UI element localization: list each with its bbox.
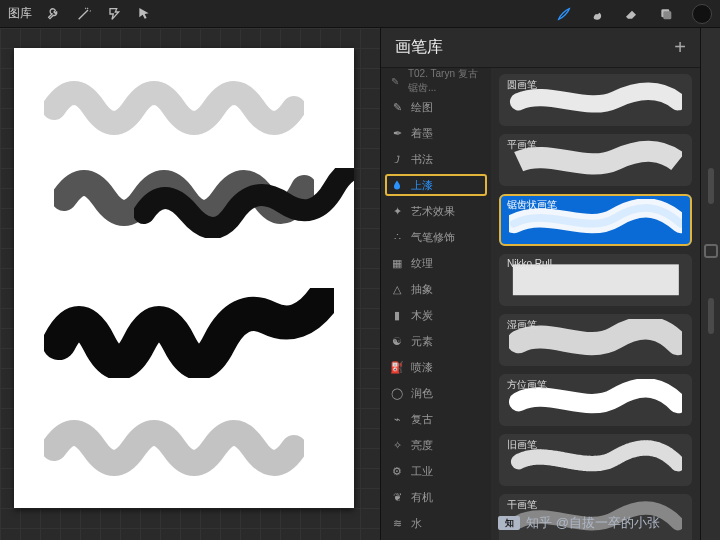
wrench-icon[interactable] — [46, 6, 62, 22]
wave-icon: ≋ — [391, 517, 403, 529]
eraser-tool-icon[interactable] — [624, 6, 640, 22]
brush-orient[interactable]: 方位画笔 — [499, 374, 692, 426]
recent-label: T02. Taryn 复古锯齿... — [408, 68, 481, 95]
category-textures[interactable]: ▦ 纹理 — [381, 250, 491, 276]
factory-icon: ⚙ — [391, 465, 403, 477]
star-icon: ✦ — [391, 205, 403, 217]
brush-wet[interactable]: 湿画笔 — [499, 314, 692, 366]
svg-rect-1 — [663, 11, 671, 19]
category-sketch[interactable]: ✎ 绘图 — [381, 94, 491, 120]
brush-dry[interactable]: 干画笔 — [499, 494, 692, 540]
pencil-icon: ✎ — [391, 101, 403, 113]
layers-icon[interactable] — [658, 6, 674, 22]
can-icon: ⛽ — [391, 361, 403, 373]
recent-icon: ✎ — [391, 75, 400, 87]
calli-icon: 𝘑 — [391, 153, 403, 165]
modifier-button[interactable] — [704, 244, 718, 258]
canvas[interactable] — [14, 48, 354, 508]
brush-list: 圆画笔 平画笔 锯齿状画笔 — [491, 68, 700, 540]
sparkle-icon: ✧ — [391, 439, 403, 451]
triangle-icon: △ — [391, 283, 403, 295]
category-painting[interactable]: 上漆 — [381, 172, 491, 198]
category-spraypaint[interactable]: ⛽ 喷漆 — [381, 354, 491, 380]
leaf-icon: ❦ — [391, 491, 403, 503]
brush-round[interactable]: 圆画笔 — [499, 74, 692, 126]
select-icon[interactable] — [106, 6, 122, 22]
brush-library-panel: 画笔库 + ✎ T02. Taryn 复古锯齿... ✎ 绘图 ✒ 着墨 — [380, 28, 700, 540]
wand-icon[interactable] — [76, 6, 92, 22]
spray-icon: ∴ — [391, 231, 403, 243]
brush-nikko[interactable]: Nikko Rull — [499, 254, 692, 306]
category-elements[interactable]: ☯ 元素 — [381, 328, 491, 354]
panel-header: 画笔库 + — [381, 28, 700, 68]
panel-title: 画笔库 — [395, 37, 674, 58]
category-abstract[interactable]: △ 抽象 — [381, 276, 491, 302]
category-water[interactable]: ≋ 水 — [381, 510, 491, 536]
charcoal-icon: ▮ — [391, 309, 403, 321]
category-airbrush[interactable]: ∴ 气笔修饰 — [381, 224, 491, 250]
category-luminance[interactable]: ✧ 亮度 — [381, 432, 491, 458]
drop-icon — [391, 179, 403, 191]
category-artistic[interactable]: ✦ 艺术效果 — [381, 198, 491, 224]
brush-tool-icon[interactable] — [556, 6, 572, 22]
retro-icon: ⌁ — [391, 413, 403, 425]
category-ink[interactable]: ✒ 着墨 — [381, 120, 491, 146]
category-industrial[interactable]: ⚙ 工业 — [381, 458, 491, 484]
opacity-slider[interactable] — [708, 298, 714, 334]
cursor-icon[interactable] — [136, 6, 152, 22]
category-charcoal[interactable]: ▮ 木炭 — [381, 302, 491, 328]
brush-size-slider[interactable] — [708, 168, 714, 204]
category-calligraphy[interactable]: 𝘑 书法 — [381, 146, 491, 172]
category-list: ✎ T02. Taryn 复古锯齿... ✎ 绘图 ✒ 着墨 𝘑 书法 — [381, 68, 491, 540]
circle-icon: ◯ — [391, 387, 403, 399]
svg-rect-2 — [513, 265, 679, 296]
recent-brush-row[interactable]: ✎ T02. Taryn 复古锯齿... — [381, 68, 491, 94]
add-brush-button[interactable]: + — [674, 36, 686, 59]
smudge-tool-icon[interactable] — [590, 6, 606, 22]
yinyang-icon: ☯ — [391, 335, 403, 347]
brush-flat[interactable]: 平画笔 — [499, 134, 692, 186]
brush-jagged[interactable]: 锯齿状画笔 — [499, 194, 692, 246]
main-area: 画笔库 + ✎ T02. Taryn 复古锯齿... ✎ 绘图 ✒ 着墨 — [0, 28, 720, 540]
pen-icon: ✒ — [391, 127, 403, 139]
color-swatch[interactable] — [692, 4, 712, 24]
top-toolbar: 图库 — [0, 0, 720, 28]
grid-icon: ▦ — [391, 257, 403, 269]
category-retro[interactable]: ⌁ 复古 — [381, 406, 491, 432]
right-edge-controls — [700, 28, 720, 540]
canvas-area — [0, 28, 380, 540]
gallery-button[interactable]: 图库 — [8, 5, 32, 22]
brush-old[interactable]: 旧画笔 — [499, 434, 692, 486]
category-organic[interactable]: ❦ 有机 — [381, 484, 491, 510]
category-touchup[interactable]: ◯ 润色 — [381, 380, 491, 406]
